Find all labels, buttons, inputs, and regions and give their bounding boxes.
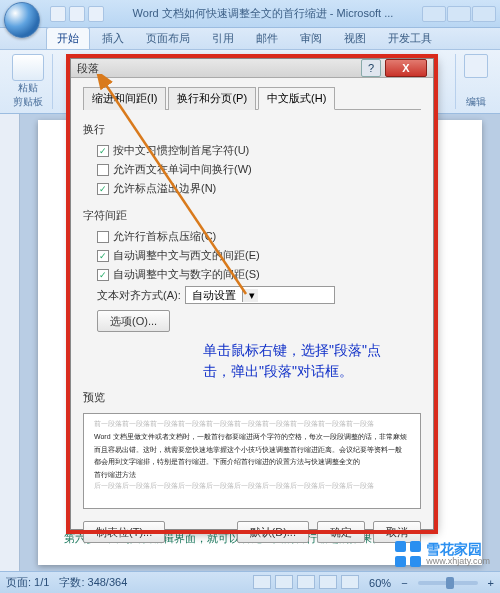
label-chk3: 允许标点溢出边界(N) xyxy=(113,181,216,196)
zoom-slider[interactable] xyxy=(418,581,478,585)
quick-access-toolbar xyxy=(50,6,104,22)
label-chk5: 自动调整中文与西文的间距(E) xyxy=(113,248,260,263)
paragraph-dialog: 段落 ? X 缩进和间距(I) 换行和分页(P) 中文版式(H) 换行 ✓按中文… xyxy=(70,58,434,530)
clipboard-group-label: 剪贴板 xyxy=(13,95,43,109)
row-align: 文本对齐方式(A): 自动设置▾ xyxy=(97,286,421,304)
ribbon-group-edit: 编辑 xyxy=(455,54,496,109)
label-chk2: 允许西文在单词中间换行(W) xyxy=(113,162,252,177)
minimize-button[interactable] xyxy=(422,6,446,22)
vertical-ruler xyxy=(0,114,20,571)
view-draft-icon[interactable] xyxy=(341,575,359,589)
maximize-button[interactable] xyxy=(447,6,471,22)
redo-icon[interactable] xyxy=(88,6,104,22)
view-print-icon[interactable] xyxy=(253,575,271,589)
zoom-value[interactable]: 60% xyxy=(369,577,391,589)
dialog-tab-breaks[interactable]: 换行和分页(P) xyxy=(168,87,256,110)
office-orb-button[interactable] xyxy=(4,2,40,38)
default-button[interactable]: 默认(D)... xyxy=(237,521,309,543)
dialog-tab-chinese[interactable]: 中文版式(H) xyxy=(258,87,335,110)
paste-button[interactable] xyxy=(12,54,44,81)
dialog-help-button[interactable]: ? xyxy=(361,59,381,77)
dialog-footer: 制表位(T)... 默认(D)... 确定 取消 xyxy=(83,517,421,543)
preview-grey-before: 前一段落前一段落前一段落前一段落前一段落前一段落前一段落前一段落前一段落前一段落 xyxy=(94,420,410,428)
ribbon-tab-home[interactable]: 开始 xyxy=(46,27,90,49)
row-chk6: ✓自动调整中文与数字的间距(S) xyxy=(97,267,421,282)
dialog-titlebar[interactable]: 段落 ? X xyxy=(71,59,433,78)
dialog-body: 缩进和间距(I) 换行和分页(P) 中文版式(H) 换行 ✓按中文习惯控制首尾字… xyxy=(71,78,433,549)
label-chk4: 允许行首标点压缩(C) xyxy=(113,229,216,244)
dialog-tabs: 缩进和间距(I) 换行和分页(P) 中文版式(H) xyxy=(83,86,421,110)
status-page[interactable]: 页面: 1/1 xyxy=(6,575,49,590)
row-chk3: ✓允许标点溢出边界(N) xyxy=(97,181,421,196)
watermark: 雪花家园 www.xhjaty.com xyxy=(391,539,494,569)
chevron-down-icon: ▾ xyxy=(242,289,258,302)
preview-box: 前一段落前一段落前一段落前一段落前一段落前一段落前一段落前一段落前一段落前一段落… xyxy=(83,413,421,509)
window-controls xyxy=(422,6,496,22)
zoom-in-icon[interactable]: + xyxy=(488,577,494,589)
annotation-text: 单击鼠标右键，选择"段落"点击，弹出"段落"对话框。 xyxy=(203,340,383,382)
preview-line1: Word 文档里做文件或者文档时，一般首行都要缩进两个字符的空格，每次一段段调整… xyxy=(94,432,410,441)
dialog-close-button[interactable]: X xyxy=(385,59,427,77)
paste-label: 粘贴 xyxy=(18,81,38,95)
align-combobox[interactable]: 自动设置▾ xyxy=(185,286,335,304)
status-bar: 页面: 1/1 字数: 348/364 60% − + xyxy=(0,571,500,593)
dialog-title: 段落 xyxy=(77,61,361,76)
preview-line2: 而且容易出错。这时，就需要您快速地掌握这个小技巧快速调整首行缩进距离。会议纪要等… xyxy=(94,445,410,454)
window-title: Word 文档如何快速调整全文的首行缩进 - Microsoft ... xyxy=(104,6,422,21)
view-read-icon[interactable] xyxy=(275,575,293,589)
zoom-out-icon[interactable]: − xyxy=(401,577,407,589)
preview-grey-after: 后一段落后一段落后一段落后一段落后一段落后一段落后一段落后一段落后一段落后一段落 xyxy=(94,482,410,490)
row-chk5: ✓自动调整中文与西文的间距(E) xyxy=(97,248,421,263)
watermark-url: www.xhjaty.com xyxy=(426,556,490,566)
align-value: 自动设置 xyxy=(186,288,242,303)
watermark-name: 雪花家园 xyxy=(426,542,490,556)
view-outline-icon[interactable] xyxy=(319,575,337,589)
checkbox-chinese-line[interactable]: ✓ xyxy=(97,145,109,157)
row-chk2: 允许西文在单词中间换行(W) xyxy=(97,162,421,177)
ribbon-tab-layout[interactable]: 页面布局 xyxy=(136,28,200,49)
ribbon-tab-view[interactable]: 视图 xyxy=(334,28,376,49)
row-chk4: 允许行首标点压缩(C) xyxy=(97,229,421,244)
section-wrap-heading: 换行 xyxy=(83,122,421,137)
checkbox-compress-punct[interactable] xyxy=(97,231,109,243)
section-spacing-heading: 字符间距 xyxy=(83,208,421,223)
ribbon-tab-developer[interactable]: 开发工具 xyxy=(378,28,442,49)
label-chk6: 自动调整中文与数字的间距(S) xyxy=(113,267,260,282)
label-chk1: 按中文习惯控制首尾字符(U) xyxy=(113,143,249,158)
ribbon-tab-references[interactable]: 引用 xyxy=(202,28,244,49)
dialog-tab-indent[interactable]: 缩进和间距(I) xyxy=(83,87,166,110)
checkbox-latin-wrap[interactable] xyxy=(97,164,109,176)
window-titlebar: Word 文档如何快速调整全文的首行缩进 - Microsoft ... xyxy=(0,0,500,28)
align-label: 文本对齐方式(A): xyxy=(97,288,181,303)
close-button[interactable] xyxy=(472,6,496,22)
watermark-logo-icon xyxy=(395,541,421,567)
undo-icon[interactable] xyxy=(69,6,85,22)
edit-group-label: 编辑 xyxy=(466,95,486,109)
ribbon-group-clipboard: 粘贴 剪贴板 xyxy=(4,54,53,109)
save-icon[interactable] xyxy=(50,6,66,22)
preview-line4: 首行缩进方法 xyxy=(94,470,410,479)
preview-line3: 都会用到文字缩排，特别是首行缩进。下面介绍首行缩进的设置方法与快速调整全文的 xyxy=(94,457,410,466)
ribbon-tabs: 开始 插入 页面布局 引用 邮件 审阅 视图 开发工具 xyxy=(0,28,500,50)
options-button[interactable]: 选项(O)... xyxy=(97,310,170,332)
checkbox-cn-digit-kern[interactable]: ✓ xyxy=(97,269,109,281)
find-icon[interactable] xyxy=(464,54,488,78)
checkbox-cn-latin-kern[interactable]: ✓ xyxy=(97,250,109,262)
ribbon-tab-mailings[interactable]: 邮件 xyxy=(246,28,288,49)
view-buttons xyxy=(252,575,359,591)
ribbon-tab-insert[interactable]: 插入 xyxy=(92,28,134,49)
preview-heading: 预览 xyxy=(83,390,421,405)
row-chk1: ✓按中文习惯控制首尾字符(U) xyxy=(97,143,421,158)
ribbon-tab-review[interactable]: 审阅 xyxy=(290,28,332,49)
view-web-icon[interactable] xyxy=(297,575,315,589)
checkbox-punct-overflow[interactable]: ✓ xyxy=(97,183,109,195)
status-words[interactable]: 字数: 348/364 xyxy=(59,575,127,590)
ok-button[interactable]: 确定 xyxy=(317,521,365,543)
row-options: 选项(O)... xyxy=(97,310,421,332)
tabs-button[interactable]: 制表位(T)... xyxy=(83,521,165,543)
